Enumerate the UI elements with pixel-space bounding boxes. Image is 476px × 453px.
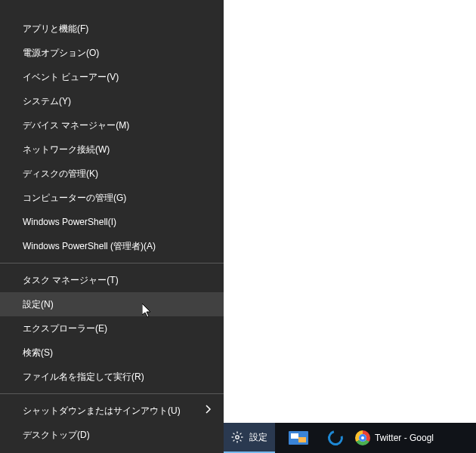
- menu-item-label: シャットダウンまたはサインアウト(U): [23, 399, 181, 423]
- menu-item-label: Windows PowerShell(I): [23, 210, 116, 234]
- ime-icon: [289, 431, 308, 445]
- menu-item-label: デスクトップ(D): [23, 423, 90, 447]
- menu-item-label: イベント ビューアー(V): [23, 65, 119, 89]
- taskbar-app-label: Twitter - Googl: [375, 433, 434, 443]
- menu-item-label: システム(Y): [23, 89, 71, 113]
- menu-item-label: ファイル名を指定して実行(R): [23, 365, 144, 389]
- menu-separator: [0, 393, 224, 394]
- menu-item-disk-management[interactable]: ディスクの管理(K): [0, 162, 224, 186]
- taskbar-app-edge[interactable]: [322, 423, 349, 453]
- chevron-right-icon: [206, 399, 212, 423]
- menu-item-desktop[interactable]: デスクトップ(D): [0, 423, 224, 447]
- taskbar-ime-indicator[interactable]: [275, 423, 322, 453]
- menu-item-label: 電源オプション(O): [23, 41, 99, 65]
- menu-item-label: コンピューターの管理(G): [23, 186, 126, 210]
- menu-item-label: ディスクの管理(K): [23, 162, 98, 186]
- menu-item-label: Windows PowerShell (管理者)(A): [23, 234, 156, 258]
- menu-item-settings[interactable]: 設定(N): [0, 292, 224, 316]
- menu-item-label: タスク マネージャー(T): [23, 268, 119, 292]
- menu-item-system[interactable]: システム(Y): [0, 89, 224, 113]
- menu-item-event-viewer[interactable]: イベント ビューアー(V): [0, 65, 224, 89]
- menu-item-power-options[interactable]: 電源オプション(O): [0, 41, 224, 65]
- menu-item-explorer[interactable]: エクスプローラー(E): [0, 316, 224, 341]
- taskbar-app-chrome[interactable]: Twitter - Googl: [349, 423, 438, 453]
- menu-item-run[interactable]: ファイル名を指定して実行(R): [0, 365, 224, 389]
- menu-item-network-connections[interactable]: ネットワーク接続(W): [0, 137, 224, 162]
- svg-point-0: [236, 436, 239, 439]
- menu-item-label: 検索(S): [23, 341, 53, 365]
- taskbar-app-settings[interactable]: 設定: [224, 423, 275, 453]
- menu-separator: [0, 263, 224, 263]
- menu-item-search[interactable]: 検索(S): [0, 341, 224, 365]
- menu-item-computer-management[interactable]: コンピューターの管理(G): [0, 186, 224, 210]
- svg-line-8: [240, 433, 242, 435]
- taskbar-app-label: 設定: [249, 431, 267, 444]
- menu-item-label: 設定(N): [23, 292, 54, 316]
- menu-item-label: ネットワーク接続(W): [23, 137, 110, 162]
- gear-icon: [231, 431, 243, 443]
- menu-item-device-manager[interactable]: デバイス マネージャー(M): [0, 113, 224, 137]
- menu-item-label: エクスプローラー(E): [23, 316, 107, 341]
- edge-icon: [325, 427, 345, 448]
- chrome-icon: [355, 430, 370, 445]
- svg-line-7: [233, 440, 235, 442]
- menu-item-label: アプリと機能(F): [23, 17, 88, 41]
- winx-context-menu: アプリと機能(F) 電源オプション(O) イベント ビューアー(V) システム(…: [0, 0, 224, 453]
- menu-item-shutdown-signout[interactable]: シャットダウンまたはサインアウト(U): [0, 399, 224, 423]
- svg-line-6: [240, 440, 242, 442]
- menu-item-apps-and-features[interactable]: アプリと機能(F): [0, 17, 224, 41]
- menu-item-powershell-admin[interactable]: Windows PowerShell (管理者)(A): [0, 234, 224, 258]
- menu-item-label: デバイス マネージャー(M): [23, 113, 129, 137]
- menu-item-task-manager[interactable]: タスク マネージャー(T): [0, 268, 224, 292]
- svg-line-5: [233, 433, 235, 435]
- menu-item-powershell[interactable]: Windows PowerShell(I): [0, 210, 224, 234]
- taskbar: 設定 Twitter - Googl: [224, 423, 476, 453]
